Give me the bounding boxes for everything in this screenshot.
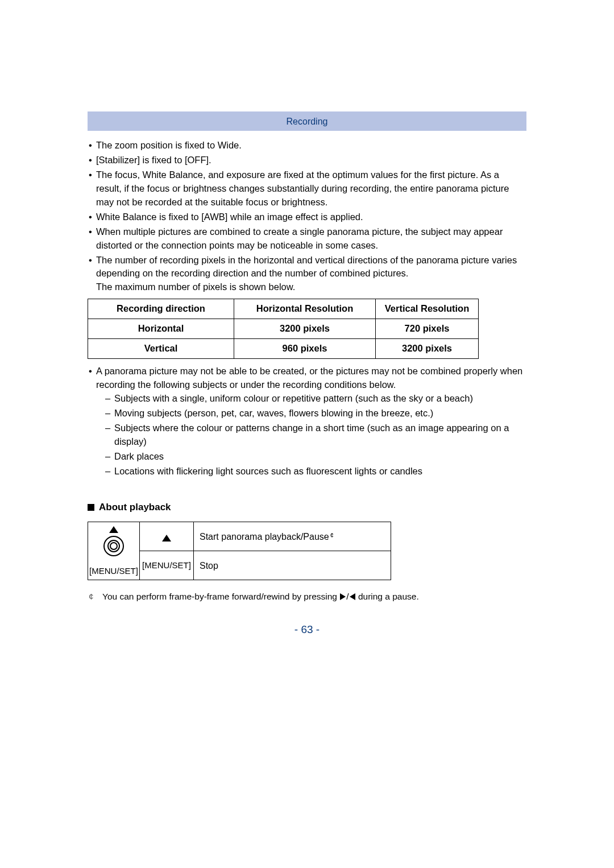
menuset-button-label: [MENU/SET]	[142, 560, 191, 570]
footnote-text: You can perform frame-by-frame forward/r…	[102, 592, 339, 601]
table-row: Horizontal 3200 pixels 720 pixels	[88, 319, 479, 339]
triangle-up-icon	[162, 535, 171, 542]
table-row: [MENU/SET] Start panorama playback/Pause…	[88, 522, 391, 551]
dpad-icon	[96, 528, 131, 564]
footnote-text: during a pause.	[356, 592, 419, 601]
table-cell: 3200 pixels	[376, 339, 479, 359]
footnote-marker: ¢	[330, 532, 334, 539]
dash-item: Subjects where the colour or patterns ch…	[105, 421, 526, 449]
up-button-cell	[140, 522, 194, 551]
square-bullet-icon	[88, 504, 94, 511]
about-playback-heading: About playback	[88, 501, 526, 515]
heading-text: About playback	[99, 502, 171, 512]
table-cell: 720 pixels	[376, 319, 479, 339]
notes-list-top: The zoom position is fixed to Wide. [Sta…	[89, 139, 526, 294]
dash-item: Subjects with a single, uniform colour o…	[105, 392, 526, 406]
footnote: ¢ You can perform frame-by-frame forward…	[89, 590, 526, 603]
table-header: Recording direction	[88, 299, 234, 319]
notes-list-bottom: A panorama picture may not be able to be…	[89, 365, 526, 478]
table-cell: Horizontal	[88, 319, 234, 339]
note-item: [Stabilizer] is fixed to [OFF].	[89, 154, 526, 167]
table-header-row: Recording direction Horizontal Resolutio…	[88, 299, 479, 319]
note-item: A panorama picture may not be able to be…	[89, 365, 526, 478]
footnote-marker: ¢	[89, 590, 100, 603]
resolution-table: Recording direction Horizontal Resolutio…	[88, 299, 479, 359]
triangle-left-icon	[350, 593, 355, 600]
note-item: When multiple pictures are combined to c…	[89, 225, 526, 253]
playback-table: [MENU/SET] Start panorama playback/Pause…	[88, 522, 391, 580]
up-desc-cell: Start panorama playback/Pause¢	[194, 522, 391, 551]
note-item: The number of recording pixels in the ho…	[89, 254, 526, 295]
page-number: - 63 -	[0, 622, 614, 638]
table-cell: Vertical	[88, 339, 234, 359]
dpad-diagram-cell: [MENU/SET]	[88, 522, 140, 580]
desc-text: Start panorama playback/Pause	[200, 532, 329, 542]
dash-item: Moving subjects (person, pet, car, waves…	[105, 407, 526, 420]
document-page: Recording The zoom position is fixed to …	[0, 0, 614, 868]
dash-item: Dark places	[105, 450, 526, 464]
table-header: Vertical Resolution	[376, 299, 479, 319]
table-header: Horizontal Resolution	[234, 299, 376, 319]
table-cell: 960 pixels	[234, 339, 376, 359]
set-button-icon	[103, 536, 124, 556]
menuset-desc-cell: Stop	[194, 551, 391, 580]
note-item: The focus, White Balance, and exposure a…	[89, 168, 526, 209]
triangle-up-icon	[109, 526, 118, 533]
section-header-recording: Recording	[88, 111, 526, 131]
note-item: The zoom position is fixed to Wide.	[89, 139, 526, 152]
menuset-label: [MENU/SET]	[88, 565, 139, 577]
dash-item: Locations with flickering light sources …	[105, 465, 526, 478]
table-row: Vertical 960 pixels 3200 pixels	[88, 339, 479, 359]
note-lead-text: A panorama picture may not be able to be…	[96, 366, 522, 390]
table-cell: 3200 pixels	[234, 319, 376, 339]
menuset-button-cell: [MENU/SET]	[140, 551, 194, 580]
dash-list: Subjects with a single, uniform colour o…	[105, 392, 526, 478]
note-item: White Balance is fixed to [AWB] while an…	[89, 210, 526, 224]
triangle-right-icon	[340, 593, 346, 600]
